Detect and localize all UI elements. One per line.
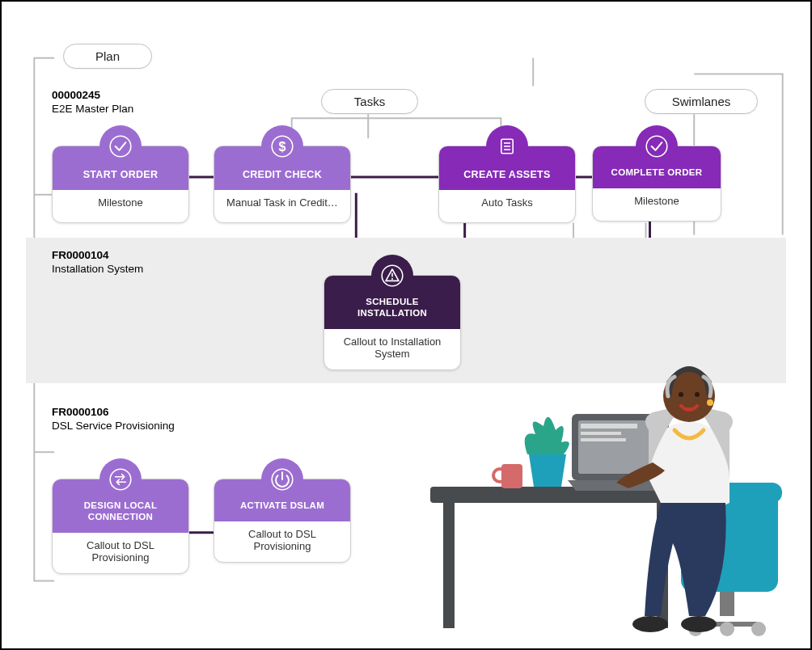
svg-rect-15: [720, 592, 734, 616]
svg-point-34: [679, 392, 683, 397]
svg-point-19: [751, 622, 766, 636]
task-type: Manual Task in Credit…: [226, 196, 338, 209]
task-type: Milestone: [634, 195, 679, 207]
task-activate-dslam[interactable]: ACTIVATE DSLAM Callout to DSL Provisioni…: [214, 479, 351, 563]
svg-point-18: [720, 622, 734, 636]
task-type: Auto Tasks: [481, 196, 532, 209]
task-type: Callout to DSL Provisioning: [248, 528, 316, 552]
svg-point-31: [681, 616, 717, 632]
task-schedule-installation[interactable]: SCHEDULE INSTALLATION Callout to Install…: [324, 275, 461, 370]
section-dsl-id: FR0000106: [52, 406, 109, 418]
section-dsl: FR0000106 DSL Service Provisioning: [52, 406, 175, 433]
plan-label: Plan: [63, 44, 152, 69]
check-icon: [99, 125, 142, 167]
svg-rect-28: [501, 464, 522, 488]
warning-icon: [371, 255, 413, 297]
task-title: CREATE ASSETS: [463, 169, 550, 180]
section-install-name: Installation System: [52, 263, 143, 276]
dollar-icon: $: [261, 125, 303, 167]
task-design-local[interactable]: DESIGN LOCAL CONNECTION Callout to DSL P…: [52, 479, 189, 574]
power-icon: [261, 458, 303, 500]
svg-rect-26: [581, 432, 621, 435]
svg-point-10: [391, 278, 393, 280]
task-title: COMPLETE ORDER: [601, 167, 713, 179]
svg-rect-25: [581, 424, 637, 428]
section-master-id: 00000245: [52, 89, 100, 101]
section-master-name: E2E Master Plan: [52, 103, 133, 116]
check-icon: [636, 125, 678, 167]
tasks-label: Tasks: [321, 89, 418, 114]
diagram-canvas: Plan Tasks Swimlanes Dependencies 000002…: [0, 0, 812, 650]
svg-point-7: [646, 136, 667, 157]
section-dsl-name: DSL Service Provisioning: [52, 420, 175, 433]
task-title: START ORDER: [83, 169, 159, 180]
task-credit-check[interactable]: $ CREDIT CHECK Manual Task in Credit…: [214, 146, 351, 223]
task-create-assets[interactable]: CREATE ASSETS Auto Tasks: [438, 146, 576, 223]
svg-point-35: [695, 392, 700, 397]
task-title: CREDIT CHECK: [243, 169, 322, 180]
svg-point-0: [110, 136, 131, 157]
task-title: DESIGN LOCAL CONNECTION: [61, 500, 180, 523]
task-title: SCHEDULE INSTALLATION: [332, 297, 452, 319]
task-type: Milestone: [98, 196, 143, 209]
task-title: ACTIVATE DSLAM: [222, 500, 342, 512]
svg-text:$: $: [278, 140, 285, 154]
section-install-id: FR0000104: [52, 249, 109, 261]
task-start-order[interactable]: START ORDER Milestone: [52, 146, 189, 223]
task-complete-order[interactable]: COMPLETE ORDER Milestone: [592, 146, 721, 222]
svg-rect-27: [581, 438, 626, 441]
section-install: FR0000104 Installation System: [52, 249, 143, 276]
section-master: 00000245 E2E Master Plan: [52, 89, 133, 116]
svg-point-11: [110, 469, 131, 490]
task-type: Callout to Installation System: [344, 336, 442, 360]
task-type: Callout to DSL Provisioning: [87, 539, 154, 563]
swimlanes-label: Swimlanes: [645, 89, 758, 114]
svg-rect-21: [443, 503, 455, 628]
arrows-icon: [99, 458, 142, 500]
list-icon: [486, 125, 528, 167]
svg-point-33: [707, 399, 713, 406]
person-at-desk-illustration: [406, 357, 802, 640]
svg-point-30: [632, 616, 668, 632]
